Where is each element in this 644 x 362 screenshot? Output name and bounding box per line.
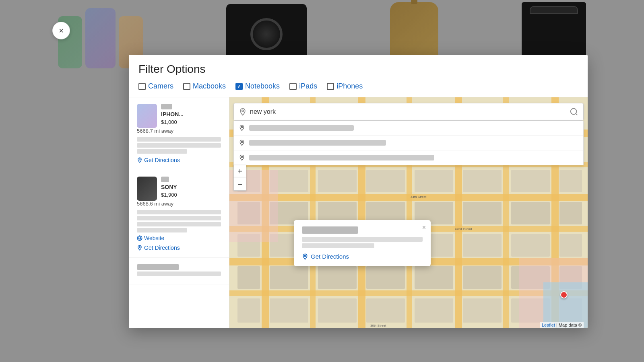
store3-name-blurred [137, 264, 179, 270]
popup-address-1 [302, 237, 423, 242]
svg-text:30th Street: 30th Street [370, 324, 386, 327]
store-item-2: SONY $1,900 5668.6 mi away We [129, 170, 229, 258]
suggestion-2[interactable] [234, 136, 583, 150]
notebooks-checkbox[interactable] [235, 83, 243, 90]
store1-title: IPHON... [161, 111, 184, 117]
suggestion-pin-icon-2 [239, 140, 245, 146]
store1-addr2 [137, 143, 221, 148]
svg-rect-38 [463, 170, 502, 192]
store2-addr2 [137, 216, 221, 220]
popup-location-icon [302, 253, 308, 260]
current-location-marker [560, 291, 568, 298]
svg-rect-66 [270, 298, 308, 323]
map-search-bar [233, 103, 584, 121]
svg-rect-70 [463, 298, 502, 323]
zoom-out-button[interactable]: − [233, 178, 246, 191]
svg-rect-75 [543, 282, 588, 328]
search-go-icon[interactable] [570, 107, 578, 116]
svg-rect-61 [415, 266, 453, 289]
svg-text:44th Street: 44th Street [411, 195, 427, 199]
suggestion-pin-icon-3 [239, 154, 245, 161]
leaflet-link[interactable]: Leaflet [542, 323, 555, 327]
close-icon: × [59, 26, 64, 35]
store2-get-directions[interactable]: Get Directions [137, 245, 221, 251]
filter-macbooks[interactable]: Macbooks [183, 82, 226, 90]
popup-directions-label: Get Directions [311, 253, 349, 260]
filter-cameras[interactable]: Camers [138, 82, 173, 90]
iphones-checkbox[interactable] [327, 83, 334, 90]
filter-modal: Filter Options Camers Macbooks Notebooks [129, 55, 588, 328]
store2-website-label: Website [144, 235, 164, 241]
store1-name-blurred [161, 104, 172, 109]
filter-title: Filter Options [138, 63, 578, 76]
filter-ipads[interactable]: iPads [289, 82, 317, 90]
store1-addr3 [137, 149, 187, 154]
suggestion-pin-icon-1 [239, 125, 245, 131]
svg-rect-68 [366, 298, 405, 323]
store2-directions-label: Get Directions [144, 245, 180, 251]
svg-point-85 [241, 126, 242, 128]
store2-name-blurred [161, 177, 169, 182]
popup-close-button[interactable]: × [422, 224, 426, 231]
svg-point-84 [571, 109, 577, 115]
svg-rect-60 [366, 266, 405, 289]
ipads-checkbox[interactable] [289, 83, 297, 90]
svg-rect-47 [511, 202, 550, 224]
store1-directions-label: Get Directions [144, 157, 180, 163]
store-list[interactable]: IPHON... $1,000 5668.7 mi away Get Direc [129, 97, 229, 328]
svg-rect-48 [559, 202, 582, 224]
svg-point-87 [241, 156, 242, 157]
svg-rect-40 [559, 170, 582, 192]
svg-rect-58 [270, 266, 308, 289]
map-attribution: Leaflet | Map data © [540, 322, 584, 328]
svg-rect-65 [237, 298, 260, 323]
filter-options: Camers Macbooks Notebooks iPads [138, 82, 578, 90]
store2-price: $1,900 [161, 192, 177, 198]
macbooks-checkbox[interactable] [183, 83, 190, 90]
ipads-label: iPads [299, 82, 317, 90]
store2-distance: 5668.6 mi away [137, 201, 221, 207]
svg-rect-59 [318, 266, 357, 289]
store1-get-directions[interactable]: Get Directions [137, 157, 221, 163]
store-item-3 [129, 258, 229, 284]
location-icon-2 [137, 245, 142, 251]
store1-price: $1,000 [161, 119, 184, 125]
map-suggestions [233, 121, 584, 165]
svg-point-90 [304, 255, 305, 256]
svg-point-2 [139, 247, 140, 248]
filter-header: Filter Options Camers Macbooks Notebooks [129, 55, 588, 97]
svg-rect-46 [463, 202, 502, 224]
store1-addr1 [137, 137, 221, 142]
suggestion-1[interactable] [234, 121, 583, 136]
store3-addr1 [137, 272, 221, 276]
filter-body: IPHON... $1,000 5668.7 mi away Get Direc [129, 97, 588, 328]
svg-rect-55 [511, 234, 550, 257]
cameras-checkbox[interactable] [138, 83, 146, 90]
svg-point-0 [139, 159, 140, 160]
modal-close-button[interactable]: × [52, 22, 70, 39]
iphones-label: iPhones [336, 82, 363, 90]
filter-notebooks[interactable]: Notebooks [235, 82, 280, 90]
filter-iphones[interactable]: iPhones [327, 82, 363, 90]
cameras-label: Camers [148, 82, 173, 90]
svg-rect-62 [463, 266, 502, 289]
zoom-in-button[interactable]: + [233, 165, 246, 178]
suggestion-3[interactable] [234, 150, 583, 165]
store2-website[interactable]: Website [137, 235, 221, 241]
svg-point-86 [241, 141, 242, 142]
location-icon-1 [137, 157, 142, 163]
map-search-input[interactable] [250, 108, 570, 115]
macbooks-label: Macbooks [193, 82, 226, 90]
svg-rect-35 [318, 170, 357, 192]
store2-addr3 [137, 222, 221, 226]
svg-text:42nd Grand: 42nd Grand [455, 227, 472, 231]
popup-get-directions[interactable]: Get Directions [302, 253, 423, 260]
map-popup: × Get Directions [294, 220, 431, 266]
store-item-1: IPHON... $1,000 5668.7 mi away Get Direc [129, 97, 229, 170]
store2-addr4 [137, 228, 187, 232]
svg-rect-69 [415, 298, 453, 323]
svg-rect-39 [511, 170, 550, 192]
suggestion-text-1 [249, 125, 354, 131]
svg-rect-54 [463, 234, 502, 257]
map-controls: + − [233, 165, 246, 191]
